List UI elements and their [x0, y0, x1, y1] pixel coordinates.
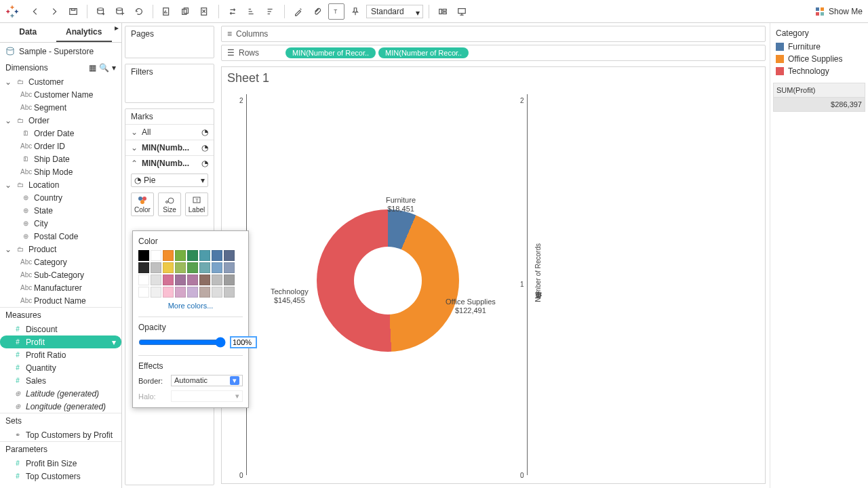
pages-card[interactable]: Pages — [125, 26, 214, 58]
color-swatch[interactable] — [212, 250, 222, 261]
opacity-slider[interactable] — [138, 337, 226, 348]
search-icon[interactable]: 🔍 — [99, 63, 109, 73]
marks-settings-icon[interactable]: ◔ — [201, 127, 208, 137]
color-swatch[interactable] — [224, 262, 235, 273]
legend-item-office[interactable]: Office Supplies — [773, 53, 865, 65]
sort-asc-button[interactable] — [243, 3, 260, 20]
highlight-button[interactable] — [290, 3, 307, 20]
field-segment[interactable]: AbcSegment — [0, 101, 121, 114]
color-swatch[interactable] — [224, 250, 235, 261]
color-swatch[interactable] — [138, 250, 149, 261]
rows-shelf[interactable]: ☰Rows MIN(Number of Recor.. MIN(Number o… — [221, 45, 766, 61]
color-swatch[interactable] — [151, 250, 161, 261]
show-me-button[interactable]: Show Me — [815, 7, 863, 16]
field-latitude[interactable]: ⊕Latitude (generated) — [0, 387, 121, 400]
folder-customer[interactable]: ⌄🗀Customer — [0, 75, 121, 88]
marks-min1-row[interactable]: ⌄MIN(Numb...◔ — [125, 140, 214, 155]
field-profit-ratio[interactable]: #Profit Ratio — [0, 348, 121, 361]
color-swatch[interactable] — [224, 287, 235, 298]
attach-button[interactable] — [309, 3, 326, 20]
color-swatch[interactable] — [175, 250, 186, 261]
color-swatch[interactable] — [187, 250, 198, 261]
refresh-button[interactable] — [131, 3, 147, 20]
opacity-input[interactable] — [230, 336, 257, 348]
color-swatch[interactable] — [199, 287, 210, 298]
label-button[interactable]: T Label — [185, 192, 208, 216]
label-toggle-button[interactable]: T — [328, 3, 344, 20]
color-swatch[interactable] — [187, 287, 198, 298]
field-profit[interactable]: #Profit▾ — [0, 336, 121, 348]
mark-type-select[interactable]: ◔ Pie ▾ — [131, 174, 208, 187]
filters-card[interactable]: Filters — [125, 64, 214, 103]
color-swatch[interactable] — [199, 250, 210, 261]
field-sales[interactable]: #Sales — [0, 374, 121, 387]
color-swatch[interactable] — [175, 274, 186, 285]
field-product-name[interactable]: AbcProduct Name — [0, 294, 121, 307]
tab-analytics[interactable]: Analytics — [56, 23, 113, 42]
color-swatch[interactable] — [212, 262, 222, 273]
forward-button[interactable] — [46, 3, 62, 20]
field-customer-name[interactable]: AbcCustomer Name — [0, 88, 121, 101]
viz-canvas[interactable]: Sheet 1 2 0 2 1 0 最小值 Number of Records … — [221, 66, 766, 484]
size-button[interactable]: Size — [158, 192, 181, 216]
back-button[interactable] — [27, 3, 43, 20]
field-state[interactable]: ⊕State — [0, 204, 121, 217]
swap-button[interactable] — [224, 3, 241, 20]
color-swatch[interactable] — [224, 274, 235, 285]
field-order-date[interactable]: 🗓Order Date — [0, 127, 121, 140]
row-pill-2[interactable]: MIN(Number of Recor.. — [378, 47, 469, 58]
row-pill-1[interactable]: MIN(Number of Recor.. — [285, 47, 376, 58]
color-swatch[interactable] — [163, 262, 174, 273]
color-swatch[interactable] — [175, 287, 186, 298]
sort-desc-button[interactable] — [262, 3, 279, 20]
color-swatch[interactable] — [151, 274, 161, 285]
color-swatch[interactable] — [138, 274, 149, 285]
color-swatch[interactable] — [175, 262, 186, 273]
new-worksheet-button[interactable] — [159, 3, 175, 20]
presentation-button[interactable] — [454, 3, 470, 20]
field-discount[interactable]: #Discount — [0, 323, 121, 336]
field-manufacturer[interactable]: AbcManufacturer — [0, 281, 121, 294]
field-city[interactable]: ⊕City — [0, 217, 121, 230]
datasource-row[interactable]: Sample - Superstore — [0, 43, 121, 60]
color-swatch[interactable] — [212, 287, 222, 298]
folder-product[interactable]: ⌄🗀Product — [0, 243, 121, 256]
legend-item-tech[interactable]: Technology — [773, 65, 865, 77]
marks-settings-icon[interactable]: ◔ — [201, 143, 208, 152]
folder-location[interactable]: ⌄🗀Location — [0, 178, 121, 191]
field-quantity[interactable]: #Quantity — [0, 361, 121, 374]
tab-data[interactable]: Data — [0, 23, 56, 42]
color-swatch[interactable] — [199, 262, 210, 273]
pin-button[interactable] — [347, 3, 363, 20]
field-ship-date[interactable]: 🗓Ship Date — [0, 152, 121, 165]
color-swatch[interactable] — [138, 262, 149, 273]
field-ship-mode[interactable]: AbcShip Mode — [0, 165, 121, 178]
param-profit-bin-size[interactable]: #Profit Bin Size — [0, 457, 121, 470]
view-as-table-icon[interactable]: ▦ — [89, 63, 96, 73]
marks-settings-icon[interactable]: ◔ — [201, 159, 208, 168]
fit-select[interactable]: Standard ▾ — [366, 5, 423, 18]
color-swatch[interactable] — [187, 274, 198, 285]
color-swatch[interactable] — [138, 287, 149, 298]
new-datasource-button[interactable] — [93, 3, 109, 20]
autoupdate-button[interactable] — [112, 3, 128, 20]
show-cards-button[interactable] — [435, 3, 451, 20]
save-button[interactable] — [65, 3, 81, 20]
field-category[interactable]: AbcCategory — [0, 256, 121, 268]
color-swatch[interactable] — [163, 250, 174, 261]
color-swatch[interactable] — [163, 274, 174, 285]
field-longitude[interactable]: ⊕Longitude (generated) — [0, 400, 121, 413]
field-sub-category[interactable]: AbcSub-Category — [0, 268, 121, 281]
legend-item-furniture[interactable]: Furniture — [773, 41, 865, 53]
color-swatch[interactable] — [151, 262, 161, 273]
more-colors-link[interactable]: More colors... — [138, 302, 243, 310]
field-country[interactable]: ⊕Country — [0, 191, 121, 204]
dimensions-menu-icon[interactable]: ▾ — [112, 63, 116, 73]
folder-order[interactable]: ⌄🗀Order — [0, 114, 121, 127]
border-select[interactable]: Automatic▾ — [171, 375, 243, 386]
color-swatch[interactable] — [151, 287, 161, 298]
marks-all-row[interactable]: ⌄All◔ — [125, 124, 214, 140]
param-top-customers[interactable]: #Top Customers — [0, 470, 121, 483]
field-postal-code[interactable]: ⊕Postal Code — [0, 230, 121, 243]
color-button[interactable]: Color — [131, 192, 154, 216]
